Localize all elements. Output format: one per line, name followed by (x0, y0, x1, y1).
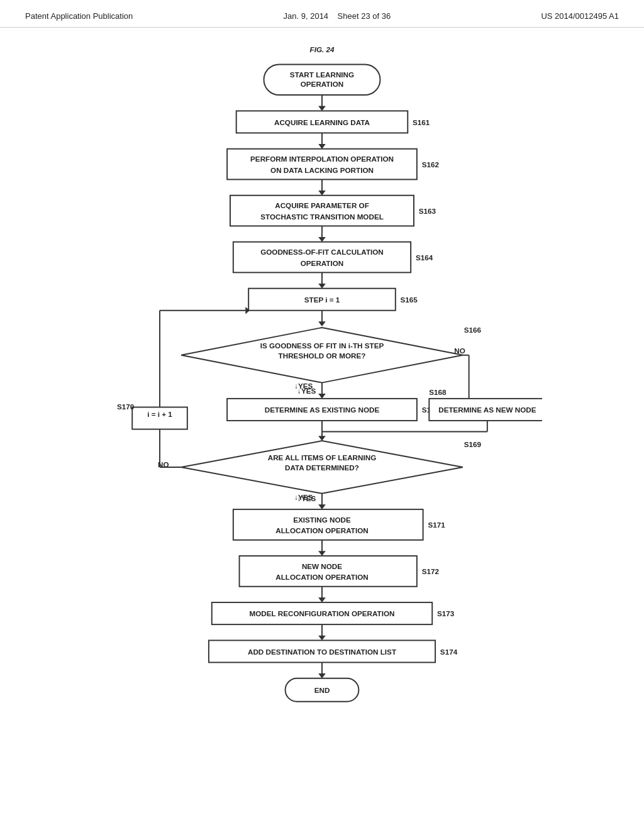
s164-box (233, 242, 411, 273)
header-left: Patent Application Publication (25, 11, 133, 21)
start-label-line1: START LEARNING (290, 70, 354, 79)
s171-step: S171 (428, 521, 445, 529)
s163-label-2: STOCHASTIC TRANSITION MODEL (260, 213, 384, 221)
arrowhead-3 (318, 191, 326, 196)
s162-box (227, 149, 417, 180)
s171-label-2: ALLOCATION OPERATION (275, 526, 368, 534)
s172-step: S172 (422, 567, 440, 575)
s171-label-1: EXISTING NODE (293, 516, 351, 524)
arrowhead-2 (318, 144, 326, 149)
arrowhead-5 (318, 284, 326, 289)
s162-step: S162 (422, 160, 440, 169)
s162-label-1: PERFORM INTERPOLATION OPERATION (250, 155, 394, 163)
s162-label-2: ON DATA LACKING PORTION (270, 166, 374, 174)
flowchart-container: FIG. 24 START LEARNING OPERATION ACQUIRE… (102, 28, 542, 719)
s166-label-2: THRESHOLD OR MORE? (279, 351, 366, 360)
s172-box (240, 556, 417, 587)
arrowhead-4 (318, 237, 326, 242)
s173-label: MODEL RECONFIGURATION OPERATION (250, 609, 395, 617)
s169-yes-label: ↓YES (297, 494, 316, 502)
s163-box (230, 196, 414, 226)
figure-title: FIG. 24 (310, 45, 335, 53)
arrowhead-8 (318, 597, 326, 602)
s167-label: DETERMINE AS EXISTING NODE (265, 406, 380, 414)
arrowhead-yes (318, 394, 326, 399)
header-center: Jan. 9, 2014 Sheet 23 of 36 (284, 11, 391, 21)
s174-label: ADD DESTINATION TO DESTINATION LIST (248, 648, 396, 656)
arrowhead-7 (318, 551, 326, 556)
s161-step: S161 (413, 118, 430, 126)
s172-label-2: ALLOCATION OPERATION (275, 573, 368, 581)
s170-label-1: i = i + 1 (147, 410, 172, 418)
arrowhead-9 (318, 636, 326, 641)
header-right: US 2014/0012495 A1 (541, 11, 619, 21)
s164-step: S164 (416, 253, 433, 262)
s168-label: DETERMINE AS NEW NODE (438, 406, 536, 414)
s174-step: S174 (440, 648, 458, 656)
s171-box (233, 509, 423, 540)
s170-step: S170 (117, 402, 135, 411)
s166-yes-label: ↓YES (297, 387, 316, 395)
s169-label-2: DATA DETERMINED? (285, 463, 359, 472)
s173-step: S173 (437, 609, 455, 617)
s166-no: NO (454, 346, 465, 355)
s164-label-1: GOODNESS-OF-FIT CALCULATION (260, 248, 384, 256)
s168-step: S168 (429, 388, 447, 396)
s169-step: S169 (464, 440, 482, 448)
s166-step: S166 (464, 326, 482, 334)
arrowhead-1 (318, 106, 326, 111)
flowchart-svg: FIG. 24 START LEARNING OPERATION ACQUIRE… (102, 28, 542, 719)
arrowhead-6 (318, 321, 326, 326)
arrowhead-yes2 (318, 504, 326, 509)
s172-label-1: NEW NODE (302, 562, 342, 570)
end-label: END (314, 686, 330, 694)
s169-label-1: ARE ALL ITEMS OF LEARNING (268, 453, 377, 462)
s166-label-1: IS GOODNESS OF FIT IN i-TH STEP (260, 341, 384, 350)
s163-label-1: ACQUIRE PARAMETER OF (275, 201, 369, 209)
arrowhead-merge (318, 436, 326, 441)
arrowhead-10 (318, 673, 326, 678)
s164-label-2: OPERATION (301, 259, 344, 267)
s163-step: S163 (419, 207, 436, 215)
s165-step: S165 (401, 296, 418, 304)
start-label-line2: OPERATION (301, 80, 344, 88)
page-header: Patent Application Publication Jan. 9, 2… (0, 0, 644, 28)
s165-label: STEP i = 1 (304, 296, 340, 304)
s161-label: ACQUIRE LEARNING DATA (274, 118, 370, 126)
